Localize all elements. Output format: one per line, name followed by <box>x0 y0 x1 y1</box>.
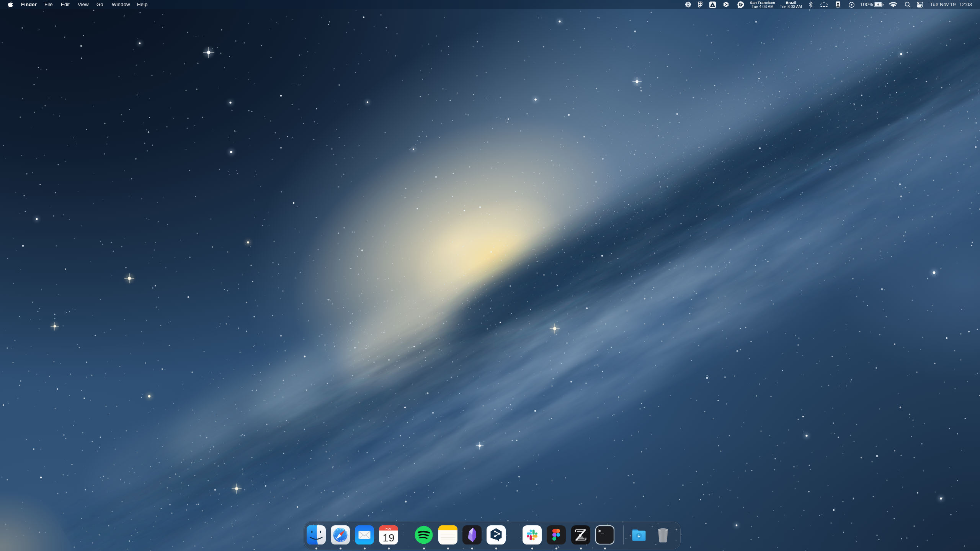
svg-text:19: 19 <box>382 532 394 544</box>
svg-text:NOV: NOV <box>385 527 392 530</box>
svg-text:>_: >_ <box>598 528 604 534</box>
